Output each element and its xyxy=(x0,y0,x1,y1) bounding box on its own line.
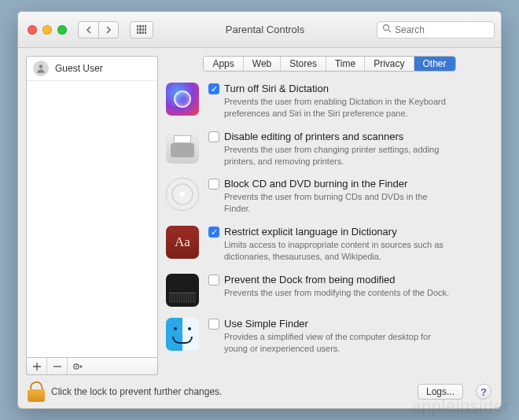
option-dictionary: Aa Restrict explicit language in Diction… xyxy=(166,226,490,263)
option-desc: Prevents the user from enabling Dictatio… xyxy=(208,96,452,120)
close-button[interactable] xyxy=(28,25,37,35)
option-title: Block CD and DVD burning in the Finder xyxy=(224,178,407,190)
checkbox-dock[interactable] xyxy=(208,274,219,286)
svg-line-1 xyxy=(388,30,391,32)
lock-text: Click the lock to prevent further change… xyxy=(51,386,222,397)
window-title: Parental Controls xyxy=(160,24,370,35)
tab-apps[interactable]: Apps xyxy=(204,57,243,71)
body: Guest User Apps Web Stores T xyxy=(18,48,501,375)
option-printers: Disable editing of printers and scanners… xyxy=(166,131,490,168)
checkbox-dictionary[interactable] xyxy=(208,227,219,238)
action-menu-button[interactable] xyxy=(68,358,88,374)
add-user-button[interactable] xyxy=(27,358,47,374)
forward-button[interactable] xyxy=(98,21,119,39)
printer-icon xyxy=(166,131,199,164)
chevron-left-icon xyxy=(86,26,92,34)
option-title: Restrict explicit language in Dictionary xyxy=(224,226,397,238)
user-name: Guest User xyxy=(55,63,103,74)
siri-icon xyxy=(166,83,199,116)
svg-point-0 xyxy=(384,25,389,31)
help-button[interactable]: ? xyxy=(476,384,491,400)
remove-user-button[interactable] xyxy=(47,358,68,374)
minus-icon xyxy=(53,363,61,370)
option-desc: Prevents the user from modifying the con… xyxy=(208,287,452,299)
tab-web[interactable]: Web xyxy=(244,57,281,71)
tab-other[interactable]: Other xyxy=(414,57,455,71)
finder-icon xyxy=(166,318,199,351)
svg-point-4 xyxy=(75,366,77,367)
option-cd-dvd: Block CD and DVD burning in the Finder P… xyxy=(166,178,490,215)
user-row[interactable]: Guest User xyxy=(27,57,157,81)
user-list[interactable]: Guest User xyxy=(26,56,158,358)
option-desc: Limits access to inappropriate content i… xyxy=(208,239,452,263)
checkbox-cd-dvd[interactable] xyxy=(208,179,219,190)
checkbox-printers[interactable] xyxy=(208,131,219,142)
option-title: Disable editing of printers and scanners xyxy=(224,131,403,142)
dock-icon xyxy=(166,274,199,307)
chevron-right-icon xyxy=(105,26,112,34)
show-all-button[interactable] xyxy=(130,21,153,39)
logs-button[interactable]: Logs... xyxy=(418,384,463,400)
tab-stores[interactable]: Stores xyxy=(281,57,326,71)
checkbox-simple-finder[interactable] xyxy=(208,319,219,330)
search-icon xyxy=(382,24,392,35)
option-siri: Turn off Siri & Dictation Prevents the u… xyxy=(166,83,490,120)
nav-group xyxy=(78,21,119,39)
plus-icon xyxy=(33,363,41,370)
options-list: Turn off Siri & Dictation Prevents the u… xyxy=(166,83,493,354)
search-field[interactable] xyxy=(377,21,495,39)
dictionary-icon: Aa xyxy=(166,226,199,259)
titlebar: Parental Controls xyxy=(18,12,501,48)
option-title: Turn off Siri & Dictation xyxy=(224,83,329,94)
option-desc: Prevents the user from burning CDs and D… xyxy=(208,191,452,215)
back-button[interactable] xyxy=(78,21,98,39)
grid-icon xyxy=(137,25,146,35)
main-panel: Apps Web Stores Time Privacy Other Turn … xyxy=(166,56,493,375)
avatar xyxy=(33,61,49,76)
tab-bar: Apps Web Stores Time Privacy Other xyxy=(203,56,455,72)
cd-icon xyxy=(166,178,199,211)
svg-point-2 xyxy=(39,64,43,68)
footer: Click the lock to prevent further change… xyxy=(18,375,501,408)
window-controls xyxy=(28,25,67,35)
option-desc: Prevents the user from changing printer … xyxy=(208,144,452,168)
sidebar-footer xyxy=(26,358,158,375)
gear-icon xyxy=(72,362,83,371)
option-title: Prevent the Dock from being modified xyxy=(224,274,396,286)
zoom-button[interactable] xyxy=(57,25,67,35)
lock-icon[interactable] xyxy=(28,381,45,402)
checkbox-siri[interactable] xyxy=(208,83,219,94)
tab-privacy[interactable]: Privacy xyxy=(365,57,414,71)
search-input[interactable] xyxy=(395,24,489,35)
preferences-window: Parental Controls Guest User xyxy=(17,11,502,409)
option-dock: Prevent the Dock from being modified Pre… xyxy=(166,274,490,307)
sidebar: Guest User xyxy=(26,56,158,375)
minimize-button[interactable] xyxy=(42,25,52,35)
option-title: Use Simple Finder xyxy=(224,318,308,330)
tab-time[interactable]: Time xyxy=(326,57,365,71)
option-simple-finder: Use Simple Finder Provides a simplified … xyxy=(166,318,490,355)
option-desc: Provides a simplified view of the comput… xyxy=(208,331,452,355)
